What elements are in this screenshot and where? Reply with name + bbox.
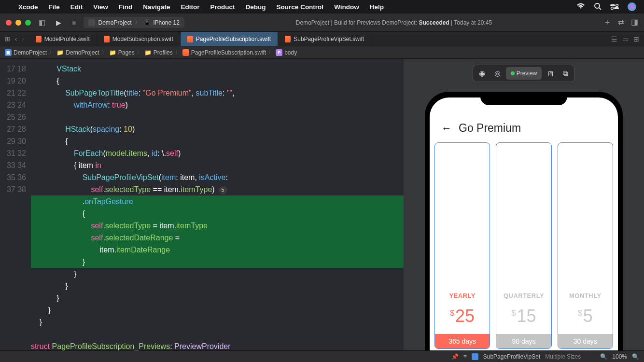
minimap-icon[interactable]: ☰	[611, 35, 617, 43]
run-button[interactable]: ▶	[53, 19, 64, 27]
phone-notch	[480, 92, 567, 105]
spotlight-icon[interactable]	[594, 2, 602, 12]
page-title: Go Premium	[459, 122, 521, 135]
menu-product[interactable]: Product	[210, 3, 235, 11]
line-gutter: 17 18 19 20 21 22 23 24 25 26 27 28 29 3…	[0, 59, 31, 350]
adjust-editor-icon[interactable]: ▭	[622, 35, 629, 43]
stop-button[interactable]: ■	[69, 19, 79, 27]
canvas-statusbar: 📌 ≡ SubPageProfileVipSet Multiple Sizes …	[0, 350, 644, 362]
preview-device-icon[interactable]: 🖥	[543, 67, 557, 80]
macos-menubar: Xcode File Edit View Find Navigate Edito…	[0, 0, 644, 14]
navigator-toggle-icon[interactable]: ◧	[36, 18, 48, 27]
close-window-button[interactable]	[6, 20, 12, 26]
preview-toolbar: ◉ ◎ Preview 🖥 ⧉	[473, 65, 575, 82]
wifi-icon[interactable]	[576, 3, 585, 11]
list-icon[interactable]: ≡	[463, 353, 467, 360]
tab-page-profile-subscription[interactable]: PageProfileSubscription.swift	[181, 32, 278, 46]
svg-line-1	[599, 8, 601, 10]
status-file-label[interactable]: SubPageProfileVipSet	[483, 353, 541, 360]
svg-rect-4	[614, 7, 619, 9]
back-arrow-icon[interactable]: ←	[441, 122, 452, 135]
preview-variants-icon[interactable]: ◎	[490, 67, 505, 80]
folder-icon: 📁	[109, 49, 116, 56]
minimize-window-button[interactable]	[15, 20, 21, 26]
svg-point-3	[616, 4, 618, 6]
menu-file[interactable]: File	[49, 3, 60, 11]
maximize-window-button[interactable]	[25, 20, 31, 26]
menu-navigate[interactable]: Navigate	[143, 3, 170, 11]
preview-screen[interactable]: ← Go Premium YEARLY $25 365 days QUARTER…	[430, 97, 618, 350]
code-review-icon[interactable]: ⇄	[618, 17, 624, 28]
editor-tabbar: ⊞ ‹ › ModelProfile.swift ModelSubscripti…	[0, 32, 644, 46]
zoom-out-icon[interactable]: 🔍	[600, 353, 607, 360]
tab-model-subscription[interactable]: ModelSubscription.swift	[97, 32, 181, 46]
preview-play-icon[interactable]: ◉	[475, 67, 490, 80]
swift-file-icon	[187, 36, 193, 42]
control-center-icon[interactable]	[610, 3, 619, 11]
preview-live-button[interactable]: Preview	[506, 67, 542, 80]
status-sizes-label: Multiple Sizes	[545, 353, 581, 360]
project-icon: ▣	[5, 49, 12, 56]
pin-icon[interactable]: 📌	[451, 353, 459, 360]
scheme-app-icon	[88, 19, 95, 26]
folder-icon: 📁	[144, 49, 152, 56]
zoom-level[interactable]: 100%	[612, 353, 627, 360]
tab-subpage-profile-vipset[interactable]: SubPageProfileVipSet.swift	[278, 32, 371, 46]
menu-find[interactable]: Find	[119, 3, 133, 11]
scheme-selector[interactable]: DemoProject 〉 📱 iPhone 12	[84, 17, 184, 28]
swift-file-icon	[36, 36, 42, 42]
code-editor[interactable]: 17 18 19 20 21 22 23 24 25 26 27 28 29 3…	[0, 59, 404, 350]
jump-bar[interactable]: ▣ DemoProject〉 📁 DemoProject〉 📁 Pages〉 📁…	[0, 46, 644, 59]
menu-window[interactable]: Window	[334, 3, 359, 11]
pricing-card-monthly[interactable]: MONTHLY $5 30 days	[558, 142, 613, 349]
pricing-card-yearly[interactable]: YEARLY $25 365 days	[434, 142, 490, 349]
nav-forward-icon[interactable]: ›	[22, 35, 24, 42]
tab-model-profile[interactable]: ModelProfile.swift	[29, 32, 97, 46]
siri-icon[interactable]	[628, 2, 636, 11]
svg-point-0	[595, 3, 600, 8]
menu-source-control[interactable]: Source Control	[277, 3, 324, 11]
window-controls	[6, 20, 31, 26]
add-icon[interactable]: ＋	[603, 17, 611, 28]
preview-canvas: ◉ ◎ Preview 🖥 ⧉ ← Go Premium YEARLY $25 …	[404, 59, 644, 350]
zoom-in-icon[interactable]: 🔍	[632, 353, 639, 360]
xcode-toolbar: ◧ ▶ ■ DemoProject 〉 📱 iPhone 12 DemoProj…	[0, 14, 644, 32]
build-status: DemoProject | Build for Previews DemoPro…	[189, 19, 599, 26]
pricing-card-quarterly[interactable]: QUARTERLY $15 90 days	[496, 142, 551, 349]
swift-file-icon	[472, 353, 478, 360]
code-content[interactable]: VStack { SubPageTopTitle(title: "Go Prem…	[31, 59, 404, 350]
menubar-app[interactable]: Xcode	[18, 3, 38, 11]
inspector-toggle-icon[interactable]: ◨	[631, 17, 638, 28]
menu-edit[interactable]: Edit	[70, 3, 83, 11]
menu-help[interactable]: Help	[370, 3, 384, 11]
scheme-project-label: DemoProject	[98, 19, 131, 26]
issue-badge[interactable]: 5	[219, 186, 227, 195]
swift-file-icon	[104, 36, 110, 42]
menu-debug[interactable]: Debug	[246, 3, 266, 11]
menu-editor[interactable]: Editor	[181, 3, 200, 11]
swift-file-icon	[182, 49, 189, 56]
related-items-icon[interactable]: ⊞	[5, 35, 10, 42]
scheme-device-label: iPhone 12	[154, 19, 180, 26]
swift-file-icon	[285, 36, 291, 42]
menu-view[interactable]: View	[93, 3, 108, 11]
folder-icon: 📁	[56, 49, 64, 56]
svg-point-5	[611, 7, 614, 9]
preview-duplicate-icon[interactable]: ⧉	[558, 67, 573, 80]
preview-phone-frame: ← Go Premium YEARLY $25 365 days QUARTER…	[425, 92, 623, 350]
nav-back-icon[interactable]: ‹	[15, 35, 17, 42]
svg-rect-2	[610, 4, 615, 6]
add-editor-icon[interactable]: ⊞	[633, 35, 639, 43]
property-icon: P	[276, 49, 282, 56]
